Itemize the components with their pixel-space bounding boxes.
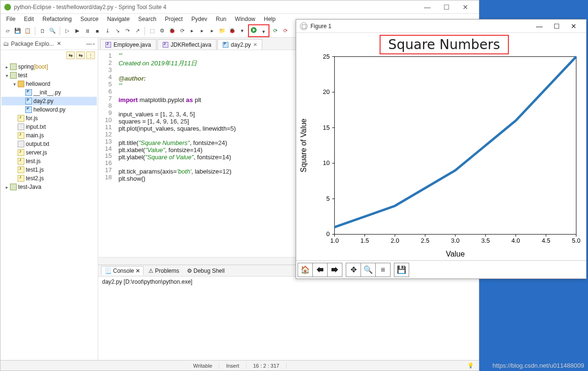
svg-text:4.5: 4.5 — [542, 237, 550, 244]
menu-pydev[interactable]: Pydev — [187, 15, 211, 23]
step-over-button[interactable]: ↷ — [123, 27, 132, 35]
misc6-button[interactable]: ▸ — [208, 27, 217, 35]
forward-button[interactable]: 🡆 — [327, 263, 342, 277]
collapse-all-button[interactable]: ⇆ — [66, 52, 75, 59]
problems-tab[interactable]: ⚠ Problems — [145, 267, 182, 275]
misc5-button[interactable]: ▸ — [198, 27, 206, 35]
link-editor-button[interactable]: ⇆ — [76, 52, 85, 59]
misc1-button[interactable]: ⬚ — [148, 27, 156, 35]
status-writable: Writable — [186, 363, 219, 369]
fig-close-button[interactable]: ✕ — [565, 22, 582, 30]
run-dropdown-button[interactable]: ▾ — [259, 27, 268, 36]
package-tree[interactable]: ▸spring [boot]▾test▾helloword__init__.py… — [0, 61, 98, 360]
back-button[interactable]: 🡄 — [312, 263, 328, 277]
tree-item[interactable]: ▸spring [boot] — [1, 62, 97, 71]
disconnect-button[interactable]: ⤓ — [103, 27, 112, 35]
menu-refactoring[interactable]: Refactoring — [39, 15, 75, 23]
menu-edit[interactable]: Edit — [20, 15, 38, 23]
folder-icon: 🗂 — [3, 41, 9, 47]
tree-item[interactable]: ▾helloword — [1, 80, 97, 88]
svg-text:25: 25 — [323, 53, 330, 60]
search-button[interactable]: 🔍 — [48, 27, 57, 35]
step-return-button[interactable]: ↗ — [133, 27, 142, 35]
menu-project[interactable]: Project — [161, 15, 186, 23]
menu-file[interactable]: File — [2, 15, 19, 23]
fig-minimize-button[interactable]: — — [531, 22, 548, 30]
close-button[interactable]: ✕ — [456, 1, 475, 13]
figure-icon — [300, 22, 308, 30]
minimize-button[interactable]: — — [418, 1, 437, 13]
tree-item[interactable]: main.js — [1, 131, 97, 140]
misc4-button[interactable]: ▸ — [188, 27, 196, 35]
subplots-button[interactable]: ≡ — [375, 263, 391, 277]
tips-icon[interactable]: 💡 — [463, 362, 479, 369]
tree-item[interactable]: test2.js — [1, 174, 97, 183]
tree-item[interactable]: output.txt — [1, 140, 97, 148]
save-all-button[interactable]: 📋 — [23, 27, 32, 35]
app-icon — [4, 4, 11, 10]
svg-rect-2 — [334, 57, 576, 235]
down-button[interactable]: ▾ — [238, 27, 247, 35]
new-button[interactable]: ▱ — [3, 27, 12, 35]
savefig-button[interactable]: 💾 — [394, 263, 409, 277]
save-button[interactable]: 💾 — [13, 27, 22, 35]
tree-item[interactable]: helloword.py — [1, 105, 97, 114]
zoom-button[interactable]: 🔍 — [361, 263, 376, 277]
menu-search[interactable]: Search — [134, 15, 160, 23]
stop-button[interactable]: ■ — [93, 27, 102, 35]
package-button[interactable]: 📁 — [218, 27, 227, 35]
maximize-button[interactable]: ☐ — [437, 1, 456, 13]
svg-text:Value: Value — [446, 250, 465, 258]
menu-run[interactable]: Run — [212, 15, 230, 23]
resume-button[interactable]: ▶ — [73, 27, 82, 35]
ext-button[interactable]: ⟳ — [281, 27, 289, 35]
open-type-button[interactable]: 🗋 — [38, 27, 47, 35]
debug-shell-tab[interactable]: ⚙ Debug Shell — [184, 267, 227, 275]
run-button[interactable] — [249, 26, 258, 34]
line-gutter: 123456789101112131415161718 — [98, 50, 115, 257]
watermark: https://blog.csdn.net/u011488009 — [493, 362, 584, 369]
view-menu-button[interactable]: ⋮ — [86, 52, 95, 59]
code-content[interactable]: ''' Created on 2019年11月11日 @author: ''' … — [115, 50, 238, 257]
svg-text:3.0: 3.0 — [451, 237, 460, 244]
tree-item[interactable]: for.js — [1, 114, 97, 123]
bug-button[interactable]: 🐞 — [228, 27, 237, 35]
tree-item[interactable]: ▾test — [1, 71, 97, 80]
console-tab[interactable]: 📃 Console ✕ — [101, 266, 144, 275]
view-close-button[interactable]: ✕ — [57, 41, 61, 47]
menu-window[interactable]: Window — [231, 15, 259, 23]
run-button-highlighted: ▾ — [248, 24, 269, 37]
fig-maximize-button[interactable]: ☐ — [548, 22, 565, 30]
editor-tab[interactable]: Employee.java — [100, 39, 156, 50]
titlebar: python-Eclipse - test/helloword/day2.py … — [0, 0, 479, 14]
tree-item[interactable]: ▸test-Java — [1, 183, 97, 191]
tree-item[interactable]: input.txt — [1, 123, 97, 131]
tree-item[interactable]: server.js — [1, 148, 97, 157]
home-button[interactable]: 🏠 — [298, 263, 313, 277]
svg-text:15: 15 — [323, 124, 330, 131]
misc3-button[interactable]: ⟳ — [178, 27, 186, 35]
menu-source[interactable]: Source — [76, 15, 102, 23]
tree-item[interactable]: day2.py — [1, 97, 97, 105]
tree-item[interactable]: test.js — [1, 157, 97, 165]
svg-text:2.0: 2.0 — [391, 237, 399, 244]
pause-button[interactable]: ⏸ — [83, 27, 92, 35]
view-maximize-button[interactable]: ▫ — [93, 41, 95, 47]
menu-help[interactable]: Help — [260, 15, 279, 23]
view-minimize-button[interactable]: — — [86, 41, 92, 47]
pan-button[interactable]: ✥ — [346, 263, 361, 277]
figure-toolbar: 🏠 🡄 🡆 ✥ 🔍 ≡ 💾 — [296, 260, 586, 278]
tree-item[interactable]: test1.js — [1, 165, 97, 174]
tree-item[interactable]: __init__.py — [1, 88, 97, 97]
debug-launch-button[interactable]: 🐞 — [168, 27, 176, 35]
misc2-button[interactable]: ⚙ — [158, 27, 166, 35]
relaunch-button[interactable]: ⟳ — [271, 27, 279, 35]
editor-tab[interactable]: JDKReflect.java — [157, 39, 217, 50]
figure-titlebar: Figure 1 — ☐ ✕ — [296, 20, 586, 33]
console-output[interactable]: day2.py [D:\root\python\python.exe] — [98, 277, 479, 360]
step-into-button[interactable]: ↘ — [113, 27, 122, 35]
skip-button[interactable]: ▷ — [63, 27, 72, 35]
editor-tab[interactable]: day2.py✕ — [217, 39, 262, 50]
menu-navigate[interactable]: Navigate — [103, 15, 133, 23]
figure-window: Figure 1 — ☐ ✕ Square Numbers 1.01.52.02… — [296, 19, 587, 279]
